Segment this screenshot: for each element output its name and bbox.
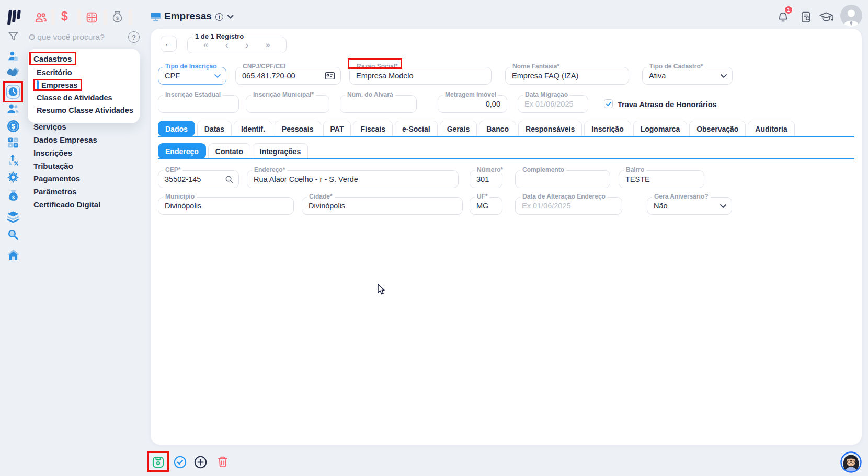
gear-icon[interactable] — [6, 170, 20, 184]
dollar-coin-icon[interactable]: $ — [6, 120, 20, 133]
tab-gerais[interactable]: Gerais — [440, 121, 477, 136]
billing-icon[interactable]: $ — [61, 10, 68, 22]
subtab-integracoes[interactable]: Integrações — [253, 143, 309, 159]
money-bag-icon[interactable]: $ — [111, 10, 124, 24]
tab-fiscais[interactable]: Fiscais — [353, 121, 392, 136]
pager-first-button[interactable]: « — [203, 41, 208, 49]
gera-aniversario-value: Não — [654, 202, 668, 210]
id-card-icon[interactable] — [324, 71, 336, 81]
clients-icon[interactable] — [34, 11, 48, 25]
record-pager-label: 1 de 1 Registro — [193, 32, 246, 40]
calc-blue-icon[interactable] — [6, 136, 20, 149]
home-icon[interactable] — [6, 249, 20, 261]
tab-auditoria[interactable]: Auditoria — [748, 121, 794, 136]
search-input[interactable]: O que você procura? — [29, 32, 105, 42]
users-icon[interactable] — [6, 102, 20, 115]
tab-datas[interactable]: Datas — [197, 121, 232, 136]
menu-empresas[interactable]: Empresas — [41, 81, 77, 89]
confirm-button[interactable] — [173, 455, 187, 469]
tab-identif[interactable]: Identif. — [234, 121, 272, 136]
tipo-cadastro-label: Tipo de Cadastro* — [647, 63, 705, 70]
sidebar-item-dados-empresas[interactable]: Dados Empresas — [33, 135, 97, 144]
document-search-icon[interactable] — [801, 11, 813, 24]
tipo-inscricao-select[interactable]: Tipo de Inscrição CPF — [158, 67, 226, 85]
help-icon[interactable]: ? — [128, 31, 140, 43]
title-chevron-down-icon[interactable] — [227, 15, 234, 19]
inscricao-municipal-label: Inscrição Municipal* — [251, 91, 316, 98]
menu-escritorio[interactable]: Escritório — [37, 68, 72, 77]
tab-pat[interactable]: PAT — [323, 121, 351, 136]
subtab-contato[interactable]: Contato — [208, 143, 250, 159]
cnpj-cpf-cei-field[interactable]: CNPJ/CPF/CEI 065.481.720-00 — [235, 67, 341, 85]
inscricao-municipal-field[interactable]: Inscrição Municipal* — [246, 95, 329, 113]
complemento-field[interactable]: Complemento — [515, 170, 610, 188]
inscricao-estadual-field[interactable]: Inscrição Estadual — [158, 95, 239, 113]
tab-e-social[interactable]: e-Social — [395, 121, 438, 136]
municipio-label: Município — [163, 193, 197, 200]
bairro-value: TESTE — [625, 175, 650, 183]
tab-pessoais[interactable]: Pessoais — [275, 121, 321, 136]
money-bag-blue-icon[interactable]: $ — [6, 189, 20, 203]
tab-responsaveis[interactable]: Responsáveis — [518, 121, 582, 136]
data-alteracao-endereco-field[interactable]: Data de Alteração Endereço Ex 01/06/2025 — [515, 197, 622, 215]
tab-dados[interactable]: Dados — [158, 121, 195, 136]
calculator-icon[interactable] — [85, 11, 98, 24]
main-tabs: Dados Datas Identif. Pessoais PAT Fiscai… — [158, 121, 795, 136]
sidebar-item-pagamentos[interactable]: Pagamentos — [33, 174, 80, 183]
back-button[interactable]: ← — [161, 36, 177, 52]
tab-inscricao[interactable]: Inscrição — [584, 121, 631, 136]
menu-resumo-classe-atividades[interactable]: Resumo Classe Atividades — [37, 106, 133, 114]
bairro-field[interactable]: Bairro TESTE — [619, 170, 704, 188]
tab-observacao[interactable]: Observação — [689, 121, 746, 136]
filter-icon[interactable] — [6, 30, 20, 42]
menu-classe-atividades[interactable]: Classe de Atividades — [37, 94, 112, 102]
data-migracao-field[interactable]: Data Migração Ex 01/06/2025 — [518, 95, 588, 113]
graduation-cap-icon[interactable] — [819, 10, 833, 24]
handshake-icon[interactable] — [6, 66, 20, 78]
brand-logo[interactable] — [7, 9, 21, 26]
endereco-label: Endereço* — [252, 167, 287, 173]
pager-prev-button[interactable]: ‹ — [225, 40, 229, 50]
sub-tabs: Endereço Contato Integrações — [158, 143, 308, 159]
assistant-avatar[interactable] — [840, 451, 862, 473]
municipio-field[interactable]: Município Divinópolis — [158, 197, 294, 215]
cep-field[interactable]: CEP* 35502-145 — [158, 170, 239, 188]
sidebar-item-parametros[interactable]: Parâmetros — [33, 187, 77, 196]
search-feature-icon[interactable] — [6, 228, 20, 241]
pager-last-button[interactable]: » — [266, 41, 270, 49]
cidade-field[interactable]: Cidade* Divinópolis — [302, 197, 463, 215]
trava-atraso-checkbox[interactable] — [604, 99, 613, 108]
user-settings-icon[interactable] — [6, 50, 20, 63]
info-icon[interactable]: i — [215, 13, 223, 21]
clock-icon[interactable] — [6, 82, 20, 101]
layers-icon[interactable] — [6, 211, 20, 223]
sidebar-item-tributacao[interactable]: Tributação — [33, 161, 73, 170]
sidebar-item-inscricoes[interactable]: Inscrições — [33, 148, 72, 157]
razao-social-field[interactable]: Razão Social* Empresa Modelo — [349, 67, 492, 85]
tab-logomarca[interactable]: Logomarca — [633, 121, 687, 136]
uf-field[interactable]: UF* MG — [470, 197, 502, 215]
cep-search-icon[interactable] — [225, 175, 234, 184]
save-button[interactable] — [151, 455, 165, 469]
tipo-cadastro-value: Ativa — [649, 72, 666, 80]
add-button[interactable] — [193, 455, 208, 469]
tipo-cadastro-select[interactable]: Tipo de Cadastro* Ativa — [642, 67, 733, 85]
delete-button[interactable] — [216, 455, 230, 469]
endereco-field[interactable]: Endereço* Rua Alaor Coelho - r - S. Verd… — [247, 170, 459, 188]
topbar-divider — [77, 9, 81, 25]
growth-icon[interactable] — [6, 153, 20, 166]
pager-next-button[interactable]: › — [245, 40, 248, 50]
user-avatar[interactable] — [840, 5, 862, 27]
uf-value: MG — [476, 202, 488, 210]
app-root: $ $ 1 Empres — [0, 0, 868, 476]
sidebar-item-certificado-digital[interactable]: Certificado Digital — [33, 200, 100, 209]
tab-banco[interactable]: Banco — [479, 121, 516, 136]
menu-cadastros[interactable]: Cadastros — [33, 54, 72, 63]
nome-fantasia-field[interactable]: Nome Fantasia* Empresa FAQ (IZA) — [505, 67, 629, 85]
metragem-imovel-field[interactable]: Metragem Imóvel 0,00 — [438, 95, 507, 113]
sidebar-item-servicos[interactable]: Serviços — [33, 122, 66, 131]
gera-aniversario-select[interactable]: Gera Aniversário? Não — [647, 197, 732, 215]
subtab-endereco[interactable]: Endereço — [158, 143, 206, 159]
num-alvara-field[interactable]: Núm. do Alvará — [340, 95, 417, 113]
numero-field[interactable]: Número* 301 — [470, 170, 502, 188]
